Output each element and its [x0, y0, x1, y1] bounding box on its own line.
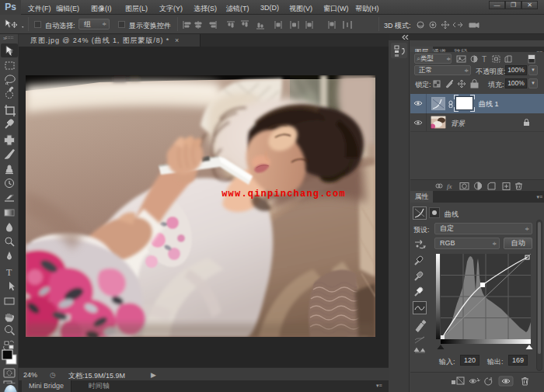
svg-text:fx: fx: [447, 182, 452, 190]
svg-text:T: T: [482, 55, 486, 64]
svg-text:www.qinpinchang.com: www.qinpinchang.com: [221, 189, 346, 199]
svg-text:T: T: [6, 267, 12, 278]
